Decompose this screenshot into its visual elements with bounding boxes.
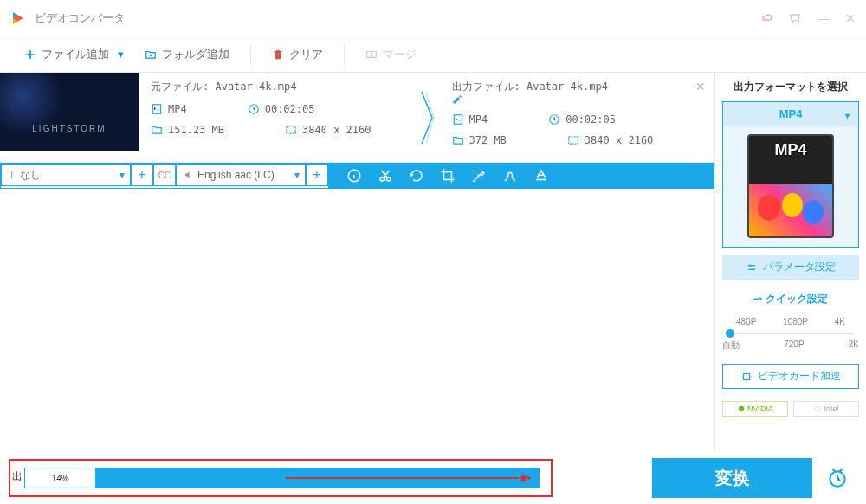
svg-point-13 <box>749 264 751 266</box>
separator <box>250 44 251 65</box>
trash-icon <box>272 48 284 61</box>
plus-icon <box>24 48 36 61</box>
progress-fill: 14% <box>24 468 96 488</box>
parameter-settings-button[interactable]: パラメータ設定 <box>722 255 859 280</box>
format-select[interactable]: MP4 ▾ <box>723 102 858 126</box>
format-preview: MP4 <box>723 126 858 247</box>
source-size: 151.23 MB <box>168 124 224 136</box>
size-icon <box>151 124 163 136</box>
param-label: パラメータ設定 <box>763 260 836 275</box>
titlebar: ビデオコンバータ — ✕ <box>0 0 866 36</box>
add-audio-button[interactable]: + <box>306 164 328 186</box>
format-icon <box>452 113 464 126</box>
svg-point-17 <box>815 407 822 411</box>
preset-720p: 720P <box>784 339 804 352</box>
add-subtitle-button[interactable]: + <box>131 164 153 186</box>
convert-button[interactable]: 変换 <box>652 458 812 498</box>
audio-value: English aac (LC) <box>197 169 275 181</box>
merge-button[interactable]: マージ <box>359 43 423 66</box>
format-box: MP4 ▾ MP4 <box>722 101 859 248</box>
arrow-divider <box>414 73 440 162</box>
output-duration: 00:02:05 <box>565 113 616 126</box>
merge-icon <box>365 48 378 61</box>
svg-point-14 <box>753 268 754 270</box>
watermark-tool-icon[interactable] <box>494 163 526 189</box>
preset-2k: 2K <box>849 339 859 352</box>
open-folder-button[interactable] <box>517 469 534 487</box>
folder-plus-icon <box>145 48 157 61</box>
footer: 出 14% 変换 <box>0 452 866 504</box>
annotation-arrow <box>286 477 528 479</box>
svg-rect-1 <box>372 51 377 57</box>
preset-1080p: 1080P <box>783 317 808 326</box>
gpu-label: ビデオカード加速 <box>758 369 841 384</box>
convert-label: 変换 <box>715 467 750 490</box>
svg-rect-0 <box>367 51 372 57</box>
activate-icon[interactable] <box>759 11 772 25</box>
subtitle-value: なし <box>20 168 41 183</box>
close-button[interactable]: ✕ <box>845 11 856 25</box>
source-info: 元ファイル: Avatar 4k.mp4 MP4 00:02:05 151.23… <box>139 73 414 162</box>
subtitle-tool-icon[interactable] <box>526 163 557 189</box>
nvidia-chip: NVIDIA <box>722 401 788 417</box>
toolbar: ファイル追加 ▾ フォルダ追加 クリア マージ <box>0 36 866 73</box>
app-logo-icon <box>10 10 26 26</box>
quick-settings-label: ⊸クイック設定 <box>722 292 859 307</box>
add-folder-button[interactable]: フォルダ追加 <box>138 43 236 66</box>
chevron-down-icon: ▾ <box>845 111 850 120</box>
clock-icon <box>248 103 260 115</box>
clock-icon <box>548 113 560 126</box>
action-bar: Tなし ▾ + CC English aac (LC) ▾ + <box>0 163 714 189</box>
output-format: MP4 <box>469 113 488 126</box>
resolution-icon <box>285 124 297 136</box>
slider-thumb[interactable] <box>726 329 734 338</box>
subtitle-select[interactable]: Tなし ▾ <box>1 164 131 186</box>
source-format: MP4 <box>168 103 187 115</box>
chevron-down-icon: ▾ <box>120 169 125 181</box>
remove-file-button[interactable]: ✕ <box>695 80 706 94</box>
minimize-button[interactable]: — <box>818 11 830 25</box>
cart-icon[interactable] <box>788 11 802 25</box>
info-tool-icon[interactable] <box>339 163 370 189</box>
crop-tool-icon[interactable] <box>432 163 463 189</box>
output-label: 出 <box>12 469 23 484</box>
preset-4k: 4K <box>835 317 845 326</box>
format-name: MP4 <box>779 107 803 120</box>
cut-tool-icon[interactable] <box>370 163 401 189</box>
preset-auto: 自動 <box>722 339 740 352</box>
schedule-button[interactable] <box>818 458 857 498</box>
add-file-label: ファイル追加 <box>42 47 109 62</box>
sidebar-header: 出力フォーマットを選択 <box>722 80 859 94</box>
output-info: 出力ファイル: Avatar 4k.mp4 MP4 00:02:05 372 M… <box>440 73 715 162</box>
edit-filename-icon[interactable] <box>452 94 703 105</box>
source-duration: 00:02:05 <box>265 103 315 115</box>
video-thumbnail[interactable]: LIGHTSTORM <box>0 73 139 151</box>
file-row: LIGHTSTORM 元ファイル: Avatar 4k.mp4 MP4 00:0… <box>0 73 714 163</box>
intel-chip: Intel <box>793 401 859 417</box>
gpu-accel-button[interactable]: ビデオカード加速 <box>722 364 859 389</box>
output-resolution: 3840 x 2160 <box>585 134 653 146</box>
svg-point-11 <box>482 171 484 173</box>
effects-tool-icon[interactable] <box>463 163 494 189</box>
format-icon <box>151 103 163 115</box>
progress-text: 14% <box>52 474 69 483</box>
chevron-down-icon: ▾ <box>294 169 300 181</box>
resolution-icon <box>567 134 579 146</box>
audio-select[interactable]: English aac (LC) ▾ <box>176 164 306 186</box>
svg-point-12 <box>475 171 476 173</box>
clear-button[interactable]: クリア <box>265 43 330 66</box>
svg-rect-2 <box>152 105 160 114</box>
cc-button[interactable]: CC <box>153 164 176 186</box>
output-header: 出力ファイル: Avatar 4k.mp4 <box>452 81 608 93</box>
format-tile-label: MP4 <box>749 141 832 159</box>
clear-label: クリア <box>289 47 323 62</box>
sidebar: 出力フォーマットを選択 MP4 ▾ MP4 パラメータ設定 ⊸クイック設定 <box>714 73 866 452</box>
svg-rect-15 <box>744 373 750 379</box>
add-file-button[interactable]: ファイル追加 ▾ <box>17 43 131 66</box>
svg-rect-7 <box>569 137 578 144</box>
source-resolution: 3840 x 2160 <box>302 124 371 136</box>
sliders-icon <box>746 262 758 274</box>
thumbnail-text: LIGHTSTORM <box>0 124 139 133</box>
rotate-tool-icon[interactable] <box>401 163 432 189</box>
quality-slider[interactable]: 480P 1080P 4K 自動 720P 2K <box>722 317 859 352</box>
